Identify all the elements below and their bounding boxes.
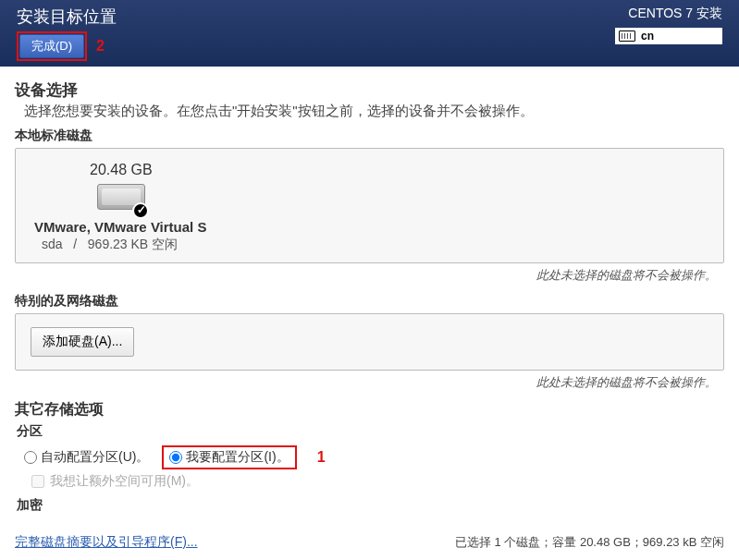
header-left: 安装目标位置 完成(D) 2 (17, 6, 117, 61)
special-disks-box: 添加硬盘(A)... (15, 313, 724, 371)
manual-partition-radio[interactable] (169, 451, 182, 464)
extra-space-label: 我想让额外空间可用(M)。 (50, 473, 199, 490)
annotation-number-2: 2 (96, 38, 105, 54)
manual-partition-label: 我要配置分区(I)。 (186, 449, 289, 466)
special-disks-title: 特别的及网络磁盘 (15, 293, 724, 310)
add-disk-button[interactable]: 添加硬盘(A)... (31, 327, 134, 357)
header-bar: 安装目标位置 完成(D) 2 CENTOS 7 安装 cn (0, 0, 739, 67)
device-selection-title: 设备选择 (15, 79, 724, 101)
auto-partition-option[interactable]: 自动配置分区(U)。 (24, 449, 149, 466)
disk-icon (97, 184, 145, 215)
encryption-title: 加密 (17, 497, 724, 514)
annotation-box-2: 完成(D) (17, 31, 87, 61)
other-storage-options: 其它存储选项 分区 自动配置分区(U)。 我要配置分区(I)。 1 我想让额外空… (15, 400, 724, 514)
local-disk-item[interactable]: 20.48 GB VMware, VMware Virtual S sda / … (15, 148, 724, 263)
local-disks-note: 此处未选择的磁盘将不会被操作。 (15, 267, 717, 284)
disk-name: VMware, VMware Virtual S (34, 219, 705, 235)
disk-size: 20.48 GB (90, 162, 705, 178)
device-selection-help: 选择您想要安装的设备。在您点击"开始安装"按钮之前，选择的设备并不会被操作。 (24, 103, 724, 120)
annotation-number-1: 1 (317, 449, 326, 466)
other-options-title: 其它存储选项 (15, 400, 724, 420)
auto-partition-label: 自动配置分区(U)。 (41, 449, 149, 466)
extra-space-checkbox (31, 475, 44, 488)
page-title: 安装目标位置 (17, 6, 117, 28)
disk-summary-link[interactable]: 完整磁盘摘要以及引导程序(F)... (15, 534, 198, 551)
disk-info: sda / 969.23 KB 空闲 (42, 237, 705, 253)
extra-space-option: 我想让额外空间可用(M)。 (31, 473, 724, 490)
auto-partition-radio[interactable] (24, 451, 37, 464)
keyboard-layout-indicator[interactable]: cn (615, 28, 722, 44)
keyboard-lang-code: cn (641, 30, 654, 43)
annotation-box-1: 我要配置分区(I)。 (162, 445, 296, 469)
keyboard-icon (619, 30, 635, 42)
main-content: 设备选择 选择您想要安装的设备。在您点击"开始安装"按钮之前，选择的设备并不会被… (0, 67, 739, 527)
local-disks-title: 本地标准磁盘 (15, 128, 724, 144)
footer-bar: 完整磁盘摘要以及引导程序(F)... 已选择 1 个磁盘；容量 20.48 GB… (0, 527, 739, 560)
header-right: CENTOS 7 安装 cn (615, 6, 722, 44)
partition-title: 分区 (17, 423, 724, 440)
special-disks-note: 此处未选择的磁盘将不会被操作。 (15, 374, 717, 391)
disk-free: 969.23 KB 空闲 (88, 237, 178, 251)
check-icon (132, 202, 149, 219)
done-button[interactable]: 完成(D) (19, 34, 84, 58)
footer-status: 已选择 1 个磁盘；容量 20.48 GB；969.23 kB 空闲 (455, 534, 724, 551)
installer-title: CENTOS 7 安装 (615, 6, 722, 22)
disk-dev: sda (42, 237, 63, 251)
partition-radio-row: 自动配置分区(U)。 我要配置分区(I)。 1 (24, 445, 724, 469)
